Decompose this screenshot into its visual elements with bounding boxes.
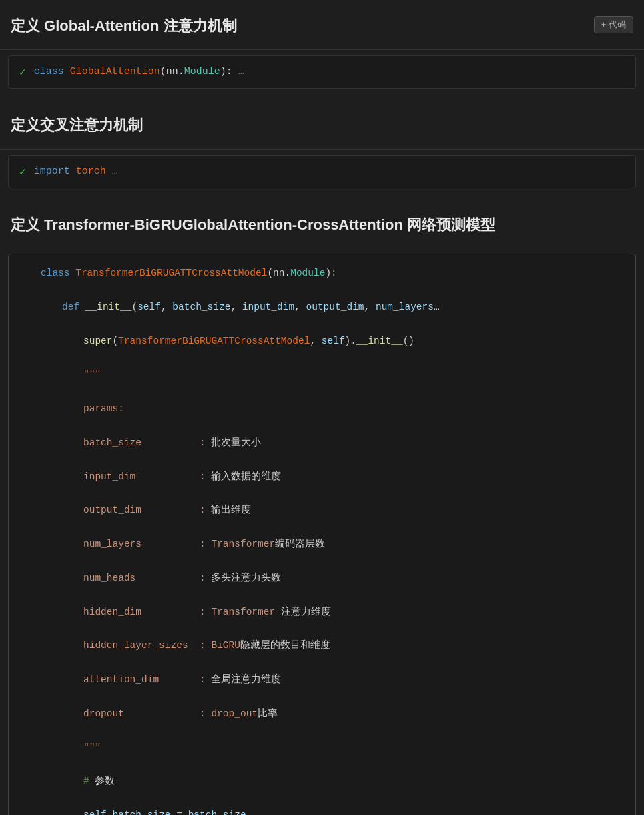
check-icon-1: ✓ bbox=[19, 65, 26, 79]
code-row-15: """ bbox=[19, 740, 635, 756]
code-row-10: num_heads : 多头注意力头数 bbox=[19, 570, 635, 587]
check-icon-2: ✓ bbox=[19, 165, 26, 178]
add-code-button-1[interactable]: + 代码 bbox=[594, 16, 633, 33]
code-row-6: batch_size : 批次量大小 bbox=[19, 435, 635, 451]
code-row-4: """ bbox=[19, 366, 635, 383]
code-row-11: hidden_dim : Transformer 注意力维度 bbox=[19, 604, 635, 621]
kw-class-1: class bbox=[34, 66, 70, 77]
code-block-1: ✓ class GlobalAttention(nn.Module): … bbox=[8, 55, 636, 89]
code-row-13: attention_dim : 全局注意力维度 bbox=[19, 671, 635, 688]
code-block-2: ✓ import torch … bbox=[8, 155, 636, 188]
section2: 定义交叉注意力机制 ✓ import torch … bbox=[0, 99, 644, 188]
code-row-17: self.batch_size = batch_size bbox=[19, 807, 635, 815]
code-row-14: dropout : drop_out比率 bbox=[19, 706, 635, 722]
class-name-1: GlobalAttention bbox=[70, 66, 160, 77]
code-row-7: input_dim : 输入数据的维度 bbox=[19, 469, 635, 485]
section1-title: 定义 Global-Attention 注意力机制 bbox=[0, 0, 248, 49]
code-row-5: params: bbox=[19, 400, 635, 417]
code-row-1: class TransformerBiGRUGATTCrossAttModel(… bbox=[19, 265, 635, 282]
code-row-8: output_dim : 输出维度 bbox=[19, 502, 635, 519]
code-row-9: num_layers : Transformer编码器层数 bbox=[19, 536, 635, 553]
code-line-2: import torch … bbox=[34, 164, 118, 180]
code-pre: class TransformerBiGRUGATTCrossAttModel(… bbox=[9, 254, 635, 815]
section3-title: 定义 Transformer-BiGRUGlobalAttention-Cros… bbox=[0, 199, 644, 248]
section3: 定义 Transformer-BiGRUGlobalAttention-Cros… bbox=[0, 199, 644, 815]
section1: 定义 Global-Attention 注意力机制 + 代码 ✓ class G… bbox=[0, 0, 644, 89]
kw-import: import bbox=[34, 166, 76, 177]
main-code-block: class TransformerBiGRUGATTCrossAttModel(… bbox=[8, 254, 636, 815]
code-row-12: hidden_layer_sizes : BiGRU隐藏层的数目和维度 bbox=[19, 637, 635, 654]
code-line-1: class GlobalAttention(nn.Module): … bbox=[34, 64, 244, 80]
code-row-2: def __init__(self, batch_size, input_dim… bbox=[19, 299, 635, 316]
code-row-16: # 参数 bbox=[19, 773, 635, 790]
section2-title: 定义交叉注意力机制 bbox=[0, 99, 644, 149]
import-torch: torch bbox=[76, 166, 106, 177]
code-row-3: super(TransformerBiGRUGATTCrossAttModel,… bbox=[19, 333, 635, 350]
